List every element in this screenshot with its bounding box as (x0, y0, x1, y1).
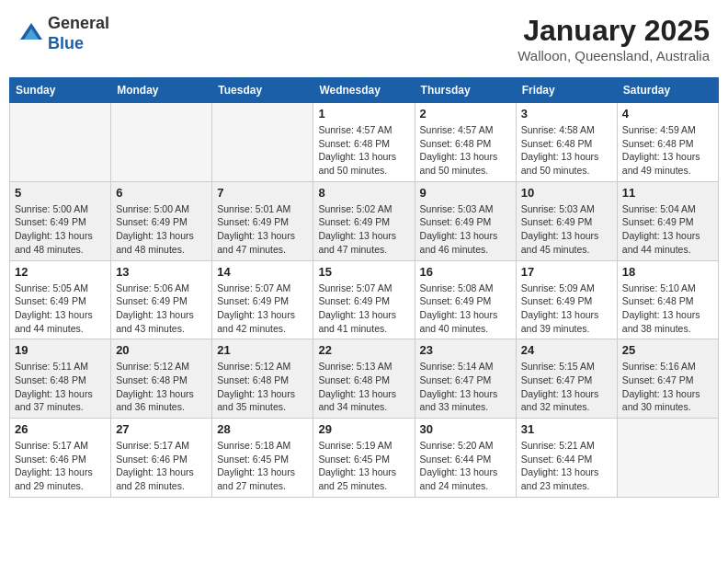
weekday-header-cell: Sunday (10, 78, 111, 103)
weekday-header-cell: Saturday (617, 78, 718, 103)
day-number: 7 (217, 186, 308, 200)
day-number: 12 (15, 265, 106, 279)
calendar-body: 1Sunrise: 4:57 AM Sunset: 6:48 PM Daylig… (10, 103, 719, 498)
day-info: Sunrise: 4:57 AM Sunset: 6:48 PM Dayligh… (318, 123, 409, 178)
day-info: Sunrise: 5:00 AM Sunset: 6:49 PM Dayligh… (15, 202, 106, 257)
day-number: 9 (420, 186, 511, 200)
logo: General Blue (18, 14, 109, 53)
day-info: Sunrise: 5:21 AM Sunset: 6:44 PM Dayligh… (521, 439, 612, 493)
calendar-cell: 28Sunrise: 5:18 AM Sunset: 6:45 PM Dayli… (212, 419, 313, 498)
day-info: Sunrise: 5:19 AM Sunset: 6:45 PM Dayligh… (318, 439, 409, 493)
calendar-row: 12Sunrise: 5:05 AM Sunset: 6:49 PM Dayli… (10, 260, 719, 339)
day-number: 24 (521, 343, 612, 357)
calendar-row: 26Sunrise: 5:17 AM Sunset: 6:46 PM Dayli… (10, 419, 719, 498)
day-number: 21 (217, 343, 308, 357)
calendar-cell: 12Sunrise: 5:05 AM Sunset: 6:49 PM Dayli… (10, 260, 111, 339)
day-number: 30 (420, 422, 511, 436)
day-info: Sunrise: 4:58 AM Sunset: 6:48 PM Dayligh… (521, 123, 612, 178)
weekday-header-row: SundayMondayTuesdayWednesdayThursdayFrid… (10, 78, 719, 103)
calendar-cell: 25Sunrise: 5:16 AM Sunset: 6:47 PM Dayli… (617, 339, 718, 419)
calendar-cell: 19Sunrise: 5:11 AM Sunset: 6:48 PM Dayli… (10, 339, 111, 419)
day-number: 17 (521, 265, 612, 279)
day-number: 1 (318, 107, 409, 121)
day-number: 27 (116, 422, 207, 436)
day-number: 8 (318, 186, 409, 200)
day-info: Sunrise: 5:16 AM Sunset: 6:47 PM Dayligh… (622, 360, 713, 414)
calendar-cell: 24Sunrise: 5:15 AM Sunset: 6:47 PM Dayli… (516, 339, 617, 419)
day-info: Sunrise: 5:05 AM Sunset: 6:49 PM Dayligh… (15, 282, 106, 336)
calendar-cell: 7Sunrise: 5:01 AM Sunset: 6:49 PM Daylig… (212, 181, 313, 260)
calendar-cell: 8Sunrise: 5:02 AM Sunset: 6:49 PM Daylig… (313, 181, 415, 260)
day-number: 28 (217, 422, 308, 436)
day-info: Sunrise: 5:09 AM Sunset: 6:49 PM Dayligh… (521, 282, 612, 336)
calendar-row: 1Sunrise: 4:57 AM Sunset: 6:48 PM Daylig… (10, 103, 719, 182)
day-info: Sunrise: 5:12 AM Sunset: 6:48 PM Dayligh… (116, 360, 207, 414)
day-number: 11 (622, 186, 713, 200)
calendar-cell: 23Sunrise: 5:14 AM Sunset: 6:47 PM Dayli… (415, 339, 516, 419)
calendar-cell (617, 419, 718, 498)
calendar-cell: 9Sunrise: 5:03 AM Sunset: 6:49 PM Daylig… (415, 181, 516, 260)
day-number: 2 (420, 107, 511, 121)
calendar-cell: 3Sunrise: 4:58 AM Sunset: 6:48 PM Daylig… (516, 103, 617, 182)
day-info: Sunrise: 5:13 AM Sunset: 6:48 PM Dayligh… (318, 360, 409, 414)
day-info: Sunrise: 5:18 AM Sunset: 6:45 PM Dayligh… (217, 439, 308, 493)
calendar-cell: 13Sunrise: 5:06 AM Sunset: 6:49 PM Dayli… (111, 260, 212, 339)
day-number: 6 (116, 186, 207, 200)
calendar-cell: 29Sunrise: 5:19 AM Sunset: 6:45 PM Dayli… (313, 419, 415, 498)
day-info: Sunrise: 5:02 AM Sunset: 6:49 PM Dayligh… (318, 202, 409, 257)
day-info: Sunrise: 5:06 AM Sunset: 6:49 PM Dayligh… (116, 282, 207, 336)
day-info: Sunrise: 5:07 AM Sunset: 6:49 PM Dayligh… (318, 282, 409, 336)
calendar-cell: 11Sunrise: 5:04 AM Sunset: 6:49 PM Dayli… (617, 181, 718, 260)
weekday-header-cell: Monday (111, 78, 212, 103)
calendar-cell: 17Sunrise: 5:09 AM Sunset: 6:49 PM Dayli… (516, 260, 617, 339)
day-number: 23 (420, 343, 511, 357)
calendar-cell: 20Sunrise: 5:12 AM Sunset: 6:48 PM Dayli… (111, 339, 212, 419)
day-info: Sunrise: 5:04 AM Sunset: 6:49 PM Dayligh… (622, 202, 713, 257)
day-number: 16 (420, 265, 511, 279)
calendar-cell (10, 103, 111, 182)
logo-text: General Blue (48, 14, 109, 53)
calendar-cell (111, 103, 212, 182)
day-number: 4 (622, 107, 713, 121)
day-info: Sunrise: 5:10 AM Sunset: 6:48 PM Dayligh… (622, 282, 713, 336)
calendar-cell: 26Sunrise: 5:17 AM Sunset: 6:46 PM Dayli… (10, 419, 111, 498)
calendar-cell: 31Sunrise: 5:21 AM Sunset: 6:44 PM Dayli… (516, 419, 617, 498)
calendar-cell: 30Sunrise: 5:20 AM Sunset: 6:44 PM Dayli… (415, 419, 516, 498)
day-number: 3 (521, 107, 612, 121)
day-number: 18 (622, 265, 713, 279)
page-header: General Blue January 2025 Walloon, Queen… (9, 9, 719, 68)
day-info: Sunrise: 5:00 AM Sunset: 6:49 PM Dayligh… (116, 202, 207, 257)
day-number: 20 (116, 343, 207, 357)
calendar-cell: 14Sunrise: 5:07 AM Sunset: 6:49 PM Dayli… (212, 260, 313, 339)
day-number: 14 (217, 265, 308, 279)
weekday-header-cell: Wednesday (313, 78, 415, 103)
logo-general: General (48, 14, 109, 32)
calendar-cell: 1Sunrise: 4:57 AM Sunset: 6:48 PM Daylig… (313, 103, 415, 182)
calendar-cell: 15Sunrise: 5:07 AM Sunset: 6:49 PM Dayli… (313, 260, 415, 339)
day-number: 25 (622, 343, 713, 357)
day-info: Sunrise: 5:03 AM Sunset: 6:49 PM Dayligh… (521, 202, 612, 257)
day-number: 10 (521, 186, 612, 200)
weekday-header-cell: Thursday (415, 78, 516, 103)
calendar-cell (212, 103, 313, 182)
calendar-row: 5Sunrise: 5:00 AM Sunset: 6:49 PM Daylig… (10, 181, 719, 260)
calendar-cell: 2Sunrise: 4:57 AM Sunset: 6:48 PM Daylig… (415, 103, 516, 182)
day-info: Sunrise: 5:08 AM Sunset: 6:49 PM Dayligh… (420, 282, 511, 336)
calendar-cell: 18Sunrise: 5:10 AM Sunset: 6:48 PM Dayli… (617, 260, 718, 339)
title-block: January 2025 Walloon, Queensland, Austra… (518, 14, 710, 63)
day-info: Sunrise: 5:11 AM Sunset: 6:48 PM Dayligh… (15, 360, 106, 414)
day-number: 13 (116, 265, 207, 279)
weekday-header-cell: Friday (516, 78, 617, 103)
day-number: 26 (15, 422, 106, 436)
day-info: Sunrise: 4:57 AM Sunset: 6:48 PM Dayligh… (420, 123, 511, 178)
day-number: 5 (15, 186, 106, 200)
calendar-cell: 16Sunrise: 5:08 AM Sunset: 6:49 PM Dayli… (415, 260, 516, 339)
weekday-header-cell: Tuesday (212, 78, 313, 103)
day-number: 19 (15, 343, 106, 357)
calendar-cell: 22Sunrise: 5:13 AM Sunset: 6:48 PM Dayli… (313, 339, 415, 419)
day-info: Sunrise: 5:03 AM Sunset: 6:49 PM Dayligh… (420, 202, 511, 257)
day-info: Sunrise: 5:12 AM Sunset: 6:48 PM Dayligh… (217, 360, 308, 414)
day-info: Sunrise: 5:17 AM Sunset: 6:46 PM Dayligh… (15, 439, 106, 493)
day-number: 31 (521, 422, 612, 436)
calendar-row: 19Sunrise: 5:11 AM Sunset: 6:48 PM Dayli… (10, 339, 719, 419)
